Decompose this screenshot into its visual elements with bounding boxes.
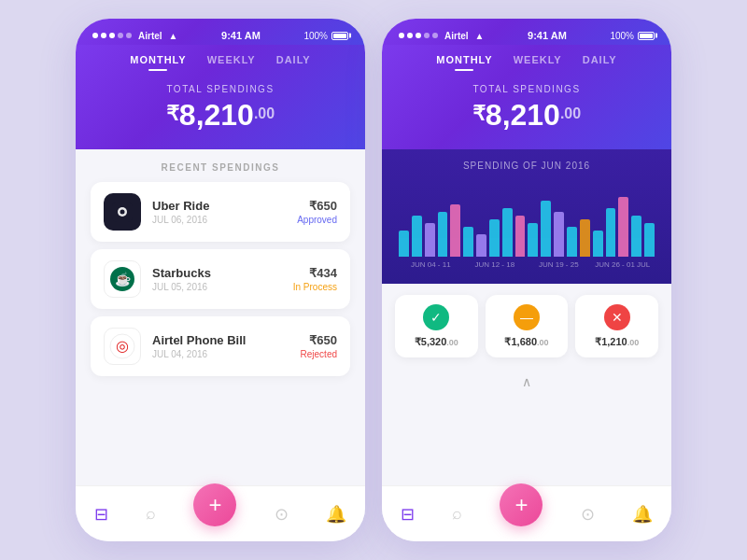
total-amount-1: ₹ 8,210 .00 <box>76 98 365 133</box>
starbucks-right: ₹434 In Process <box>293 266 337 292</box>
airtel-right: ₹650 Rejected <box>301 333 337 359</box>
chart-labels: JUN 04 - 11 JUN 12 - 18 JUN 19 - 25 JUN … <box>397 257 656 269</box>
wifi-icon-2: ▲ <box>475 31 485 41</box>
chart-bar-3 <box>438 212 448 257</box>
chart-bar-14 <box>580 219 590 257</box>
header-1: MONTHLY WEEKLY DAILY TOTAL SPENDINGS ₹ 8… <box>76 45 365 149</box>
time-display-2: 9:41 AM <box>528 30 567 41</box>
summary-approved-value: ₹5,320 <box>415 336 447 347</box>
total-currency-symbol: ₹ <box>166 102 179 126</box>
nav-card-icon[interactable]: ⊟ <box>94 504 108 525</box>
carrier-text: Airtel <box>138 31 162 41</box>
signal-dot-2-4 <box>424 33 430 38</box>
battery-percentage-2: 100% <box>610 31 634 41</box>
bottom-nav-1: ⊟ ⌕ + ⊙ 🔔 <box>76 485 365 541</box>
nav-card-icon-2[interactable]: ⊟ <box>401 504 415 525</box>
total-currency-symbol-2: ₹ <box>472 102 486 126</box>
summary-card-rejected[interactable]: ✕ ₹1,210.00 <box>575 295 658 357</box>
chart-bar-10 <box>528 223 538 257</box>
chart-bar-1 <box>412 216 422 257</box>
phone-body-2: ✓ ₹5,320.00 — ₹1,680.00 ✕ ₹1,210.00 <box>382 284 671 485</box>
chart-bar-16 <box>606 208 616 257</box>
chart-bar-15 <box>593 231 603 257</box>
tab-daily-2[interactable]: DAILY <box>583 50 617 69</box>
status-bar-2: Airtel ▲ 9:41 AM 100% <box>382 19 671 45</box>
fab-add-button[interactable]: + <box>193 483 236 526</box>
fab-plus-icon-2: + <box>514 492 528 518</box>
signal-dot-2-2 <box>407 33 413 38</box>
uber-icon <box>104 193 141 231</box>
status-bar-right-2: 100% <box>610 31 655 41</box>
chart-bar-2 <box>425 223 435 257</box>
battery-percentage: 100% <box>303 31 328 41</box>
nav-bell-icon[interactable]: 🔔 <box>326 504 346 525</box>
phone-1: Airtel ▲ 9:41 AM 100% MONTHLY WEEKLY DAI… <box>76 19 365 541</box>
chart-bar-11 <box>541 201 551 257</box>
status-bar-left-2: Airtel ▲ <box>399 31 484 41</box>
phone-body-1: RECENT SPENDINGS Uber Ride JUL 06, 2016 <box>76 149 365 485</box>
summary-cards: ✓ ₹5,320.00 — ₹1,680.00 ✕ ₹1,210.00 <box>382 284 671 369</box>
total-label-1: TOTAL SPENDINGS <box>76 84 365 94</box>
nav-search-icon-2[interactable]: ⌕ <box>452 504 462 524</box>
signal-dot-4 <box>118 33 123 38</box>
summary-pending-decimal: .00 <box>537 338 549 347</box>
phone-2: Airtel ▲ 9:41 AM 100% MONTHLY WEEKLY DAI… <box>382 19 671 541</box>
tab-monthly-1[interactable]: MONTHLY <box>130 50 186 69</box>
nav-bell-icon-2[interactable]: 🔔 <box>632 504 653 525</box>
fab-plus-icon: + <box>208 492 221 518</box>
spending-list: Uber Ride JUL 06, 2016 ₹650 Approved ☕ <box>76 182 365 376</box>
time-display: 9:41 AM <box>221 30 261 41</box>
nav-search-icon[interactable]: ⌕ <box>146 504 156 524</box>
tab-weekly-2[interactable]: WEEKLY <box>514 50 562 69</box>
nav-profile-icon-2[interactable]: ⊙ <box>581 504 595 525</box>
starbucks-date: JUL 05, 2016 <box>152 282 282 292</box>
chart-bar-9 <box>515 216 526 257</box>
airtel-date: JUL 04, 2016 <box>152 349 289 359</box>
total-decimal-2: .00 <box>560 105 581 122</box>
signal-dot-2-1 <box>399 33 404 38</box>
chart-bar-13 <box>567 227 577 257</box>
spending-item-starbucks[interactable]: ☕ Starbucks JUL 05, 2016 ₹434 In Process <box>91 249 350 309</box>
chart-bars <box>397 182 656 257</box>
airtel-icon: ◎ <box>104 328 141 365</box>
fab-add-button-2[interactable]: + <box>500 483 543 526</box>
spending-item-airtel[interactable]: ◎ Airtel Phone Bill JUL 04, 2016 ₹650 Re… <box>91 316 350 376</box>
chart-bar-12 <box>554 212 564 257</box>
chart-section: SPENDING OF JUN 2016 JUN 04 - 11 JUN 12 … <box>382 149 671 284</box>
chart-label-3: JUN 19 - 25 <box>527 260 591 269</box>
total-amount-2: ₹ 8,210 .00 <box>382 98 671 133</box>
svg-point-2 <box>120 210 125 215</box>
summary-card-approved[interactable]: ✓ ₹5,320.00 <box>395 295 478 357</box>
chart-bar-19 <box>644 223 655 257</box>
summary-rejected-value: ₹1,210 <box>595 336 627 347</box>
summary-card-pending[interactable]: — ₹1,680.00 <box>486 295 569 357</box>
chart-bar-8 <box>502 208 513 257</box>
svg-text:☕: ☕ <box>115 272 132 287</box>
airtel-name: Airtel Phone Bill <box>152 333 289 347</box>
summary-rejected-decimal: .00 <box>627 338 640 347</box>
airtel-info: Airtel Phone Bill JUL 04, 2016 <box>152 333 289 359</box>
summary-approved-amount: ₹5,320.00 <box>415 336 458 348</box>
header-2: MONTHLY WEEKLY DAILY TOTAL SPENDINGS ₹ 8… <box>382 45 671 149</box>
uber-status: Approved <box>297 215 337 225</box>
chart-label-2: JUN 12 - 18 <box>463 260 528 269</box>
spending-item-uber[interactable]: Uber Ride JUL 06, 2016 ₹650 Approved <box>91 182 350 242</box>
uber-name: Uber Ride <box>152 199 286 213</box>
bottom-nav-2: ⊟ ⌕ + ⊙ 🔔 <box>382 485 671 541</box>
summary-pending-value: ₹1,680 <box>504 336 537 347</box>
chart-bar-5 <box>463 227 473 257</box>
uber-info: Uber Ride JUL 06, 2016 <box>152 199 286 225</box>
nav-profile-icon[interactable]: ⊙ <box>275 504 289 525</box>
tab-weekly-1[interactable]: WEEKLY <box>207 50 256 69</box>
tab-daily-1[interactable]: DAILY <box>276 50 311 69</box>
battery-icon-2 <box>638 32 655 40</box>
chart-bar-17 <box>618 197 628 257</box>
summary-approved-icon: ✓ <box>423 304 449 330</box>
wifi-icon: ▲ <box>169 31 178 41</box>
tab-monthly-2[interactable]: MONTHLY <box>436 50 492 69</box>
airtel-amount: ₹650 <box>301 333 337 347</box>
chevron-up[interactable]: ∧ <box>382 369 671 395</box>
status-bar-1: Airtel ▲ 9:41 AM 100% <box>76 19 365 45</box>
starbucks-amount: ₹434 <box>293 266 337 280</box>
recent-spendings-title: RECENT SPENDINGS <box>76 149 365 182</box>
